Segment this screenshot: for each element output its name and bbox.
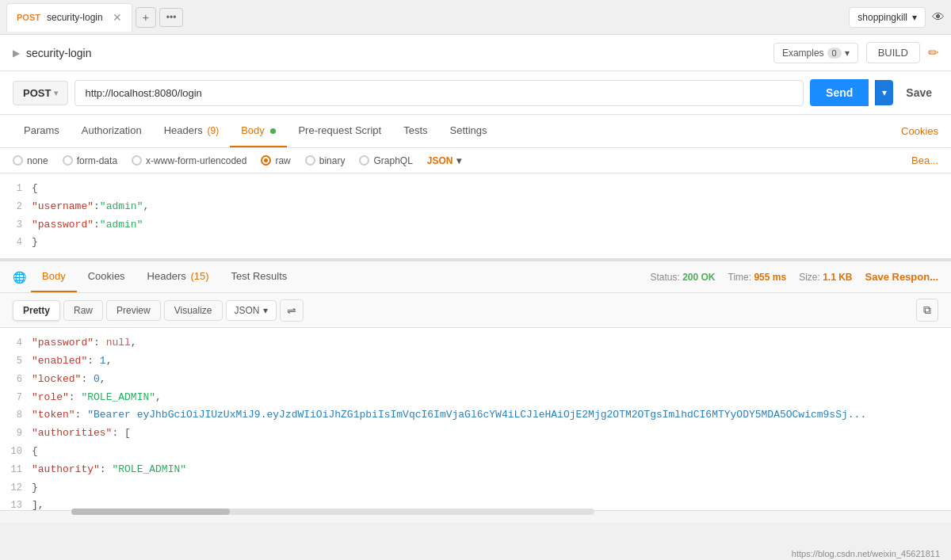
raw-button[interactable]: Raw bbox=[63, 300, 103, 321]
line-number: 4 bbox=[0, 235, 32, 250]
tab-request-name: security-login bbox=[47, 12, 103, 23]
urlencoded-option[interactable]: x-www-form-urlencoded bbox=[132, 155, 246, 166]
line-number: 1 bbox=[0, 181, 32, 196]
tab-pre-request[interactable]: Pre-request Script bbox=[287, 115, 392, 147]
beautify-link[interactable]: Bea... bbox=[911, 154, 938, 166]
globe-icon: 🌐 bbox=[13, 271, 26, 284]
save-button[interactable]: Save bbox=[899, 86, 938, 99]
code-line: 4} bbox=[0, 234, 951, 252]
resp-headers-count: (15) bbox=[190, 270, 208, 282]
wrap-button[interactable]: ⇌ bbox=[280, 299, 304, 322]
method-chevron-icon: ▾ bbox=[54, 89, 58, 97]
line-number: 6 bbox=[0, 372, 32, 387]
binary-option[interactable]: binary bbox=[305, 155, 346, 166]
add-tab-button[interactable]: + bbox=[136, 7, 156, 28]
graphql-option[interactable]: GraphQL bbox=[359, 155, 412, 166]
json-type-chevron-icon: ▾ bbox=[456, 155, 461, 166]
code-line: 1{ bbox=[0, 180, 951, 198]
urlencoded-radio[interactable] bbox=[132, 155, 142, 166]
line-content: "password":"admin" bbox=[32, 217, 143, 234]
raw-option[interactable]: raw bbox=[261, 155, 290, 166]
url-bar: POST ▾ Send ▾ Save bbox=[0, 71, 951, 115]
line-number: 12 bbox=[0, 481, 32, 496]
graphql-radio[interactable] bbox=[359, 155, 369, 166]
line-number: 9 bbox=[0, 426, 32, 441]
horizontal-scrollbar[interactable] bbox=[71, 509, 594, 515]
response-code-line: 11 "authority": "ROLE_ADMIN" bbox=[0, 461, 951, 479]
form-data-option[interactable]: form-data bbox=[63, 155, 117, 166]
response-code-line: 9 "authorities": [ bbox=[0, 425, 951, 443]
line-content: "password": null, bbox=[32, 335, 137, 352]
line-number: 2 bbox=[0, 200, 32, 215]
response-format-bar: Pretty Raw Preview Visualize JSON ▾ ⇌ ⧉ bbox=[0, 293, 951, 328]
tab-settings[interactable]: Settings bbox=[439, 115, 498, 147]
body-active-dot bbox=[270, 128, 276, 134]
tab-authorization[interactable]: Authorization bbox=[71, 115, 153, 147]
line-content: "role": "ROLE_ADMIN", bbox=[32, 390, 162, 406]
line-number: 3 bbox=[0, 218, 32, 233]
line-content: ], bbox=[32, 497, 44, 510]
examples-button[interactable]: Examples 0 ▾ bbox=[773, 43, 858, 63]
preview-button[interactable]: Preview bbox=[106, 300, 161, 321]
response-status-bar: Status: 200 OK Time: 955 ms Size: 1.1 KB… bbox=[650, 271, 938, 283]
save-response-button[interactable]: Save Respon... bbox=[865, 271, 938, 283]
edit-icon[interactable]: ✏ bbox=[928, 45, 938, 60]
resp-tab-cookies[interactable]: Cookies bbox=[77, 261, 136, 292]
request-tabs-row: Params Authorization Headers (9) Body Pr… bbox=[0, 115, 951, 148]
request-tab[interactable]: POST security-login ✕ bbox=[6, 3, 132, 32]
line-number: 7 bbox=[0, 390, 32, 406]
resp-tab-headers[interactable]: Headers (15) bbox=[136, 261, 220, 292]
none-radio[interactable] bbox=[13, 155, 23, 166]
arrow-icon: ▶ bbox=[13, 48, 20, 59]
url-input[interactable] bbox=[74, 80, 804, 106]
line-number: 4 bbox=[0, 336, 32, 351]
none-option[interactable]: none bbox=[13, 155, 48, 166]
scrollbar-thumb[interactable] bbox=[71, 509, 230, 515]
status-value: 200 OK bbox=[682, 272, 715, 283]
line-number: 8 bbox=[0, 408, 32, 423]
raw-radio[interactable] bbox=[261, 155, 271, 166]
examples-chevron-icon: ▾ bbox=[845, 48, 850, 59]
json-type-selector[interactable]: JSON ▾ bbox=[427, 155, 461, 166]
tab-method-badge: POST bbox=[17, 13, 40, 22]
top-tab-bar: POST security-login ✕ + ••• shoppingkill… bbox=[0, 0, 951, 35]
method-label: POST bbox=[23, 87, 51, 99]
resp-tab-body[interactable]: Body bbox=[31, 261, 77, 292]
send-dropdown-button[interactable]: ▾ bbox=[875, 80, 893, 105]
tab-tests[interactable]: Tests bbox=[392, 115, 438, 147]
response-code-line: 10 { bbox=[0, 443, 951, 461]
request-name-bar: ▶ security-login Examples 0 ▾ BUILD ✏ bbox=[0, 35, 951, 71]
visualize-button[interactable]: Visualize bbox=[164, 300, 223, 321]
pretty-button[interactable]: Pretty bbox=[13, 300, 60, 321]
tab-headers[interactable]: Headers (9) bbox=[153, 115, 230, 147]
line-content: "enabled": 1, bbox=[32, 353, 112, 370]
tab-params[interactable]: Params bbox=[13, 115, 71, 147]
tab-body[interactable]: Body bbox=[230, 115, 287, 147]
eye-button[interactable]: 👁 bbox=[932, 10, 945, 25]
line-content: { bbox=[32, 181, 38, 197]
send-button[interactable]: Send bbox=[810, 79, 869, 106]
line-content: } bbox=[32, 234, 38, 251]
json-type-label: JSON bbox=[427, 155, 453, 166]
binary-radio[interactable] bbox=[305, 155, 315, 166]
format-chevron-icon: ▾ bbox=[263, 305, 268, 316]
tab-cookies-link[interactable]: Cookies bbox=[901, 125, 938, 137]
workspace-chevron-icon: ▾ bbox=[912, 12, 917, 23]
method-select[interactable]: POST ▾ bbox=[13, 81, 68, 105]
resp-tab-test-results[interactable]: Test Results bbox=[220, 261, 299, 292]
size-label: Size: bbox=[799, 272, 820, 283]
format-selector[interactable]: JSON ▾ bbox=[226, 300, 277, 321]
build-button[interactable]: BUILD bbox=[866, 42, 920, 63]
line-content: } bbox=[32, 480, 38, 497]
line-content: { bbox=[32, 444, 38, 460]
response-tabs-row: 🌐 Body Cookies Headers (15) Test Results… bbox=[0, 259, 951, 293]
line-number: 13 bbox=[0, 498, 32, 510]
copy-response-button[interactable]: ⧉ bbox=[916, 299, 938, 322]
examples-label: Examples bbox=[782, 48, 824, 59]
workspace-selector[interactable]: shoppingkill ▾ bbox=[849, 7, 926, 28]
form-data-radio[interactable] bbox=[63, 155, 73, 166]
code-line: 2 "username":"admin", bbox=[0, 198, 951, 216]
more-tabs-button[interactable]: ••• bbox=[159, 8, 184, 27]
tab-close-icon[interactable]: ✕ bbox=[113, 11, 122, 24]
line-number: 11 bbox=[0, 463, 32, 478]
